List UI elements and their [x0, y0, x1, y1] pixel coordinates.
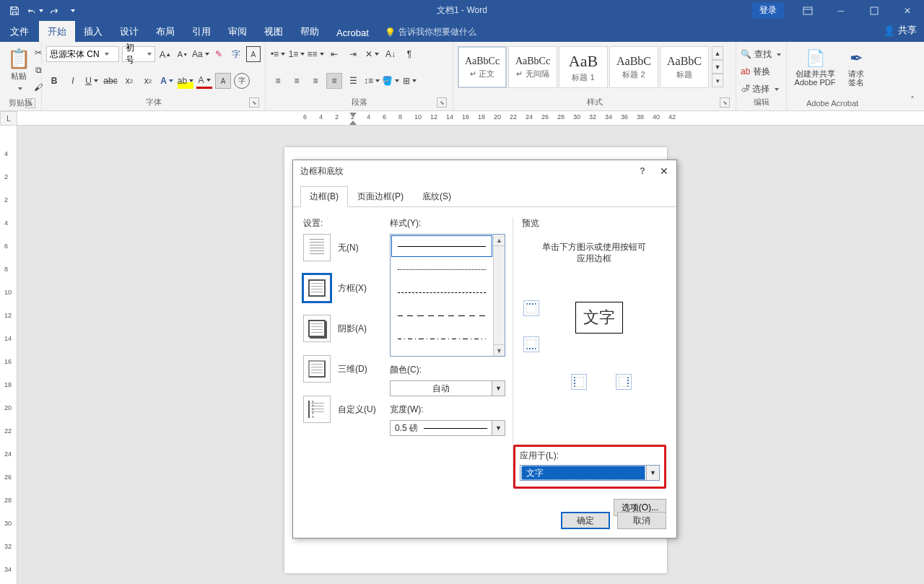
- tab-view[interactable]: 视图: [256, 21, 292, 42]
- phonetic-guide-button[interactable]: 字: [229, 46, 243, 62]
- align-right-button[interactable]: ≡: [308, 73, 323, 89]
- replace-button[interactable]: ab替换: [741, 64, 782, 79]
- bold-button[interactable]: B: [46, 73, 62, 89]
- find-button[interactable]: 🔍查找: [741, 46, 785, 62]
- tab-selector[interactable]: L: [0, 111, 17, 126]
- setting-shadow[interactable]: 阴影(A): [303, 315, 383, 342]
- styles-scroll-down[interactable]: ▼: [712, 60, 723, 74]
- border-bottom-toggle[interactable]: [523, 336, 539, 352]
- highlight-button[interactable]: ab: [178, 73, 193, 89]
- cancel-button[interactable]: 取消: [617, 512, 666, 529]
- text-effects-button[interactable]: A: [159, 73, 175, 89]
- setting-box[interactable]: 方框(X): [303, 274, 383, 302]
- decrease-indent-button[interactable]: ⇤: [326, 46, 342, 62]
- enclose-characters-button[interactable]: A: [246, 46, 261, 62]
- style-line-dashdot[interactable]: [391, 327, 493, 350]
- paste-button[interactable]: 📋 粘贴: [4, 45, 33, 97]
- line-spacing-button[interactable]: ↕≡: [364, 73, 380, 89]
- font-name-dropdown[interactable]: 思源宋体 CN: [46, 46, 119, 62]
- ok-button[interactable]: 确定: [561, 512, 610, 529]
- dialog-tab-page-border[interactable]: 页面边框(P): [348, 186, 413, 206]
- style-line-solid[interactable]: [391, 235, 493, 258]
- share-button[interactable]: 👤 共享: [884, 24, 917, 37]
- italic-button[interactable]: I: [65, 73, 81, 89]
- clipboard-dialog-launcher[interactable]: ⬊: [25, 98, 35, 108]
- align-center-button[interactable]: ≡: [289, 73, 305, 89]
- tab-design[interactable]: 设计: [111, 21, 147, 42]
- login-button[interactable]: 登录: [752, 3, 784, 18]
- setting-3d[interactable]: 三维(D): [303, 355, 383, 383]
- redo-button[interactable]: [46, 3, 64, 19]
- dialog-titlebar[interactable]: 边框和底纹 ? ✕: [293, 160, 676, 182]
- align-left-button[interactable]: ≡: [270, 73, 286, 89]
- tab-file[interactable]: 文件: [0, 21, 39, 42]
- style-scrollbar[interactable]: ▲▼: [493, 235, 505, 356]
- request-sign-button[interactable]: ✒ 请求签名: [842, 46, 871, 90]
- style-heading2[interactable]: AaBbC标题 2: [609, 46, 658, 88]
- align-justify-button[interactable]: ≡: [326, 73, 342, 89]
- underline-button[interactable]: U: [84, 73, 100, 89]
- font-color-button[interactable]: A: [196, 73, 212, 89]
- styles-dialog-launcher[interactable]: ⬊: [720, 97, 730, 108]
- apply-to-dropdown[interactable]: 文字 ▼: [520, 465, 660, 481]
- style-line-dashed-short[interactable]: [391, 281, 493, 304]
- line-style-listbox[interactable]: ▲▼: [390, 234, 505, 357]
- border-top-toggle[interactable]: [523, 300, 539, 316]
- char-shading-button[interactable]: A: [215, 73, 231, 89]
- dialog-help-button[interactable]: ?: [636, 165, 649, 178]
- qat-customize-dropdown[interactable]: [66, 3, 77, 19]
- width-dropdown[interactable]: 0.5 磅▼: [390, 420, 505, 436]
- tab-help[interactable]: 帮助: [292, 21, 328, 42]
- tell-me-search[interactable]: 💡 告诉我你想要做什么: [378, 22, 484, 42]
- dialog-close-button[interactable]: ✕: [656, 163, 672, 179]
- borders-button[interactable]: ⊞: [401, 73, 417, 89]
- style-line-dotted[interactable]: [391, 258, 493, 281]
- vertical-ruler[interactable]: 422468101214161820222426283032343638: [0, 126, 17, 584]
- subscript-button[interactable]: x2: [121, 73, 137, 89]
- tab-references[interactable]: 引用: [183, 21, 219, 42]
- asian-layout-button[interactable]: ✕: [364, 46, 380, 62]
- create-pdf-button[interactable]: 📄 创建并共享Adobe PDF: [791, 46, 839, 90]
- sort-button[interactable]: A↓: [383, 46, 398, 62]
- dialog-tab-borders[interactable]: 边框(B): [300, 186, 348, 207]
- dialog-tab-shading[interactable]: 底纹(S): [413, 186, 461, 206]
- ribbon-display-options-icon[interactable]: [791, 0, 824, 21]
- shrink-font-button[interactable]: A▼: [175, 46, 190, 62]
- close-button[interactable]: ✕: [891, 0, 924, 21]
- border-right-toggle[interactable]: [616, 374, 632, 390]
- maximize-button[interactable]: [858, 0, 891, 21]
- align-distribute-button[interactable]: ☰: [345, 73, 361, 89]
- styles-more-button[interactable]: ▾: [712, 74, 723, 87]
- tab-acrobat[interactable]: Acrobat: [328, 23, 378, 42]
- horizontal-ruler[interactable]: 6422468101214161820222426283032343638404…: [17, 111, 924, 126]
- styles-scroll-up[interactable]: ▲: [712, 46, 723, 60]
- style-title[interactable]: AaBbC标题: [660, 46, 709, 88]
- tab-layout[interactable]: 布局: [147, 21, 183, 42]
- shading-button[interactable]: 🪣: [383, 73, 398, 89]
- color-dropdown[interactable]: 自动▼: [390, 380, 505, 396]
- tab-insert[interactable]: 插入: [75, 21, 111, 42]
- tab-review[interactable]: 审阅: [219, 21, 256, 42]
- show-marks-button[interactable]: ¶: [401, 46, 417, 62]
- select-button[interactable]: ⮰选择: [741, 81, 782, 97]
- numbering-button[interactable]: 1≡: [289, 46, 305, 62]
- multilevel-list-button[interactable]: ≡≡: [308, 46, 323, 62]
- setting-none[interactable]: 无(N): [303, 234, 383, 261]
- style-heading1[interactable]: AaB标题 1: [559, 46, 608, 88]
- clear-format-button[interactable]: ✎: [212, 46, 226, 62]
- char-border-button[interactable]: 字: [234, 73, 250, 89]
- minimize-button[interactable]: ─: [824, 0, 858, 21]
- grow-font-button[interactable]: A▲: [158, 46, 173, 62]
- style-normal[interactable]: AaBbCc↵ 正文: [458, 46, 507, 88]
- strikethrough-button[interactable]: abc: [103, 73, 118, 89]
- bullets-button[interactable]: •≡: [270, 46, 286, 62]
- border-left-toggle[interactable]: [571, 374, 587, 390]
- paragraph-dialog-launcher[interactable]: ⬊: [437, 97, 447, 108]
- font-size-dropdown[interactable]: 初号: [122, 46, 155, 62]
- undo-button[interactable]: [26, 3, 43, 19]
- style-nospacing[interactable]: AaBbCc↵ 无间隔: [508, 46, 557, 88]
- setting-custom[interactable]: 自定义(U): [303, 396, 383, 423]
- collapse-ribbon-button[interactable]: ˄: [905, 93, 920, 108]
- increase-indent-button[interactable]: ⇥: [345, 46, 361, 62]
- font-dialog-launcher[interactable]: ⬊: [249, 97, 259, 108]
